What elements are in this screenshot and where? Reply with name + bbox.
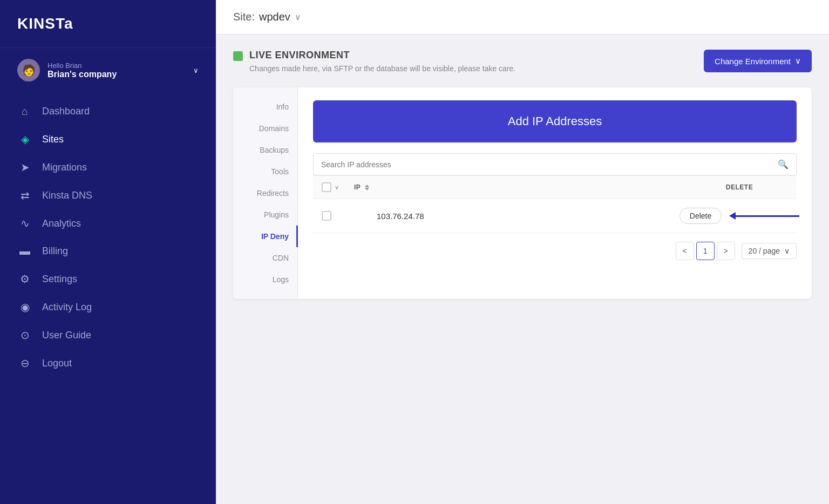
pagination: < 1 > 20 / page ∨ <box>313 233 797 262</box>
nav-label-dashboard: Dashboard <box>42 106 90 117</box>
pagination-next-button[interactable]: > <box>717 242 735 260</box>
subnav-item-info[interactable]: Info <box>233 96 297 118</box>
sidebar-item-sites[interactable]: ◈ Sites <box>0 125 216 153</box>
change-env-chevron-icon: ∨ <box>795 56 801 66</box>
nav-label-user-guide: User Guide <box>42 330 91 341</box>
sidebar-item-analytics[interactable]: ∿ Analytics <box>0 209 216 237</box>
nav-label-activity-log: Activity Log <box>42 302 92 313</box>
site-layout: Info Domains Backups Tools Redirects Plu… <box>233 87 812 299</box>
subnav-item-cdn[interactable]: CDN <box>233 247 297 269</box>
table-header: ∨ IP DELETE <box>313 175 797 199</box>
nav-label-kinsta-dns: Kinsta DNS <box>42 190 92 201</box>
header-ip-col[interactable]: IP <box>354 183 691 191</box>
sidebar-item-user-guide[interactable]: ⊙ User Guide <box>0 321 216 349</box>
next-icon: > <box>724 247 728 255</box>
activity-log-icon: ◉ <box>17 301 32 314</box>
env-title: LIVE ENVIRONMENT <box>249 50 515 61</box>
header-delete-col: DELETE <box>691 183 788 191</box>
search-input[interactable] <box>321 160 778 169</box>
pagination-page-1-button[interactable]: 1 <box>696 242 715 260</box>
migrations-icon: ➤ <box>17 161 32 174</box>
user-info: Hello Brian Brian's company <box>47 62 186 79</box>
ip-col-label: IP <box>354 183 361 191</box>
select-all-checkbox[interactable] <box>322 182 331 192</box>
main-nav: ⌂ Dashboard ◈ Sites ➤ Migrations ⇄ Kinst… <box>0 92 216 504</box>
check-chevron-icon: ∨ <box>335 184 339 191</box>
subnav-item-ip-deny[interactable]: IP Deny <box>233 226 297 247</box>
nav-label-migrations: Migrations <box>42 162 87 173</box>
user-menu[interactable]: 🧑 Hello Brian Brian's company ∨ <box>0 48 216 92</box>
avatar: 🧑 <box>17 59 40 81</box>
main-area: Site: wpdev ∨ LIVE ENVIRONMENT Changes m… <box>216 0 829 504</box>
header-check-col: ∨ <box>322 182 354 192</box>
greeting: Hello Brian <box>47 62 186 70</box>
search-icon: 🔍 <box>778 159 789 169</box>
user-chevron-icon: ∨ <box>193 66 199 74</box>
delete-button[interactable]: Delete <box>679 208 722 224</box>
add-ip-label: Add IP Addresses <box>508 114 602 128</box>
nav-label-logout: Logout <box>42 358 72 369</box>
sidebar-logo: KINSTa <box>0 0 216 48</box>
sidebar-item-settings[interactable]: ⚙ Settings <box>0 265 216 293</box>
logout-icon: ⊖ <box>17 357 32 370</box>
add-ip-addresses-button[interactable]: Add IP Addresses <box>313 100 797 142</box>
sidebar-item-activity-log[interactable]: ◉ Activity Log <box>0 293 216 321</box>
sidebar-item-billing[interactable]: ▬ Billing <box>0 237 216 265</box>
sidebar: KINSTa 🧑 Hello Brian Brian's company ∨ ⌂… <box>0 0 216 504</box>
nav-label-billing: Billing <box>42 246 68 257</box>
sidebar-item-logout[interactable]: ⊖ Logout <box>0 349 216 377</box>
prev-icon: < <box>683 247 687 255</box>
subnav-item-logs[interactable]: Logs <box>233 269 297 290</box>
env-description: Changes made here, via SFTP or the datab… <box>249 63 515 74</box>
analytics-icon: ∿ <box>17 217 32 230</box>
page-size-selector[interactable]: 20 / page ∨ <box>742 243 797 259</box>
subnav-item-backups[interactable]: Backups <box>233 139 297 161</box>
nav-label-settings: Settings <box>42 274 77 285</box>
site-subnav: Info Domains Backups Tools Redirects Plu… <box>233 87 298 299</box>
site-label: Site: <box>233 11 255 23</box>
subnav-item-redirects[interactable]: Redirects <box>233 182 297 204</box>
nav-label-analytics: Analytics <box>42 218 81 229</box>
pagination-prev-button[interactable]: < <box>676 242 694 260</box>
main-content: LIVE ENVIRONMENT Changes made here, via … <box>216 35 829 504</box>
ip-search-bar: 🔍 <box>313 153 797 175</box>
dns-icon: ⇄ <box>17 189 32 202</box>
arrow-line <box>735 215 799 217</box>
change-env-label: Change Environment <box>715 57 791 66</box>
env-text: LIVE ENVIRONMENT Changes made here, via … <box>249 50 515 74</box>
ip-address-value: 103.76.24.78 <box>354 212 691 221</box>
subnav-item-plugins[interactable]: Plugins <box>233 204 297 226</box>
subnav-item-tools[interactable]: Tools <box>233 161 297 182</box>
nav-label-sites: Sites <box>42 134 64 145</box>
main-header: Site: wpdev ∨ <box>216 0 829 35</box>
subnav-item-domains[interactable]: Domains <box>233 118 297 139</box>
ip-sort-icon <box>365 185 369 190</box>
row-check-col <box>322 211 354 221</box>
settings-icon: ⚙ <box>17 273 32 285</box>
company-name: Brian's company <box>47 70 186 79</box>
environment-banner: LIVE ENVIRONMENT Changes made here, via … <box>233 50 812 74</box>
site-name: wpdev <box>259 11 290 23</box>
row-checkbox[interactable] <box>322 211 331 221</box>
page-size-chevron-icon: ∨ <box>784 247 790 255</box>
user-guide-icon: ⊙ <box>17 329 32 342</box>
table-row: 103.76.24.78 Delete <box>313 199 797 233</box>
sites-icon: ◈ <box>17 133 32 146</box>
kinsta-logo: KINSTa <box>17 15 199 32</box>
page-1-label: 1 <box>703 247 708 255</box>
live-status-dot <box>233 51 243 61</box>
site-selector[interactable]: Site: wpdev ∨ <box>233 11 812 23</box>
page-size-value: 20 / page <box>749 247 780 255</box>
sidebar-item-migrations[interactable]: ➤ Migrations <box>0 153 216 181</box>
billing-icon: ▬ <box>17 245 32 257</box>
ip-deny-panel: Add IP Addresses 🔍 ∨ IP <box>298 87 812 299</box>
site-chevron-icon: ∨ <box>295 12 301 22</box>
env-info: LIVE ENVIRONMENT Changes made here, via … <box>233 50 515 74</box>
home-icon: ⌂ <box>17 105 32 118</box>
sidebar-item-dashboard[interactable]: ⌂ Dashboard <box>0 98 216 125</box>
change-environment-button[interactable]: Change Environment ∨ <box>704 50 812 72</box>
sidebar-item-kinsta-dns[interactable]: ⇄ Kinsta DNS <box>0 181 216 209</box>
arrow-indicator <box>735 215 799 217</box>
